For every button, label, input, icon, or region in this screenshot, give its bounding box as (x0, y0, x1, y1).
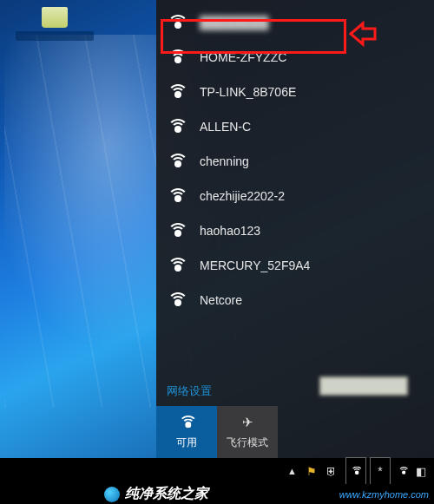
wifi-signal-icon (167, 154, 186, 169)
wifi-ssid-label: chenning (200, 154, 249, 168)
wlan-tile-label: 可用 (176, 435, 197, 450)
watermark-url: www.kzmyhome.com (339, 489, 429, 500)
action-center-flag-icon[interactable]: ⚑ (304, 463, 319, 479)
wifi-ssid-label: TP-LINK_8B706E (200, 85, 296, 99)
wifi-ssid-label: haohao123 (200, 224, 260, 238)
wifi-network-item[interactable]: ALLEN-C (156, 109, 434, 144)
wifi-ssid-label: ALLEN-C (200, 120, 251, 134)
watermark-brand: 纯净系统之家 (104, 485, 208, 503)
watermark-band: 纯净系统之家 www.kzmyhome.com (0, 484, 434, 504)
wifi-signal-icon (167, 84, 186, 100)
tray-wifi-icon[interactable] (394, 463, 410, 479)
wifi-network-item[interactable]: chenning (156, 144, 434, 179)
annotation-highlight-box (161, 19, 346, 54)
tooltip-blurred (319, 376, 408, 396)
taskbar: ▲ ⚑ ⛨ * ◧ (0, 458, 434, 484)
wifi-ssid-label: Netcore (200, 293, 242, 307)
wifi-signal-icon (167, 223, 186, 239)
tray-network-icon[interactable] (345, 457, 366, 485)
wifi-icon (177, 415, 196, 432)
airplane-tile-label: 飞行模式 (227, 435, 268, 450)
watermark-brand-text: 纯净系统之家 (125, 485, 208, 503)
wifi-signal-icon (167, 258, 186, 273)
annotation-arrow-icon (349, 21, 378, 47)
tray-expand-icon[interactable]: ▲ (284, 466, 300, 476)
recycle-bin-label (16, 31, 94, 41)
quick-action-tiles: 可用 ✈ 飞行模式 (156, 406, 278, 458)
wifi-network-item[interactable]: TP-LINK_8B706E (156, 75, 434, 109)
wifi-signal-icon (167, 119, 186, 134)
system-tray: ▲ ⚑ ⛨ * ◧ (284, 458, 434, 484)
airplane-mode-tile[interactable]: ✈ 飞行模式 (217, 406, 278, 458)
network-flyout-panel: ████████ HOME-ZFYZZC TP-LINK_8B706E ALLE… (156, 0, 434, 458)
wifi-network-item[interactable]: chezhijie2202-2 (156, 179, 434, 213)
wifi-ssid-label: MERCURY_52F9A4 (200, 259, 310, 272)
wifi-ssid-label: chezhijie2202-2 (200, 189, 285, 203)
recycle-bin-desktop-icon[interactable] (16, 7, 94, 41)
wifi-network-item[interactable]: MERCURY_52F9A4 (156, 248, 434, 283)
wifi-signal-icon (167, 188, 186, 204)
recycle-bin-icon (42, 7, 68, 28)
network-settings-link[interactable]: 网络设置 (167, 383, 212, 399)
wifi-signal-icon (167, 292, 186, 308)
tray-notification-icon[interactable]: ◧ (413, 463, 429, 479)
wifi-network-item[interactable]: Netcore (156, 283, 434, 317)
wifi-network-item[interactable]: haohao123 (156, 213, 434, 248)
watermark-logo-icon (104, 487, 120, 502)
airplane-icon: ✈ (242, 415, 253, 432)
security-shield-icon[interactable]: ⛨ (323, 463, 339, 479)
wlan-tile[interactable]: 可用 (156, 406, 217, 458)
tray-asterisk-icon[interactable]: * (370, 457, 391, 485)
